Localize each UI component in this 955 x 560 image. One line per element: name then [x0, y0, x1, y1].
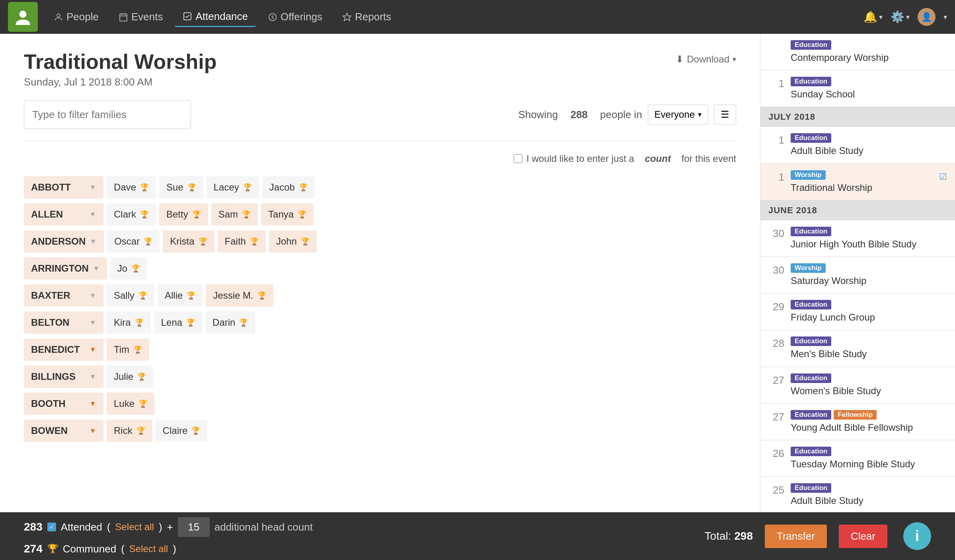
member-cell[interactable]: Darin🏆: [205, 311, 255, 334]
family-name-cell[interactable]: BELTON▼: [24, 311, 103, 334]
member-cell[interactable]: Rick🏆: [107, 420, 152, 442]
select-all-communed[interactable]: Select all: [129, 543, 168, 554]
family-row: BILLINGS▼Julie🏆: [24, 366, 736, 388]
sidebar-event[interactable]: 25 Education Adult Bible Study: [760, 477, 955, 513]
member-cell[interactable]: Jessie M.🏆: [206, 284, 273, 307]
sidebar-event[interactable]: 27 EducationFellowship Young Adult Bible…: [760, 404, 955, 440]
sidebar-event[interactable]: 29 Education Friday Lunch Group: [760, 294, 955, 330]
right-sidebar: Education Contemporary Worship 1 Educati…: [760, 34, 955, 560]
sidebar-event[interactable]: 1 Education Sunday School: [760, 70, 955, 107]
member-goblet-icon: 🏆: [138, 291, 147, 300]
member-cell[interactable]: Oscar🏆: [107, 230, 160, 253]
member-goblet-icon: 🏆: [191, 426, 200, 435]
nav-events[interactable]: Events: [111, 8, 171, 26]
family-name-cell[interactable]: ARRINGTON▼: [24, 257, 107, 280]
sidebar-event[interactable]: 28 Education Men's Bible Study: [760, 330, 955, 367]
family-name-cell[interactable]: BOOTH▼: [24, 393, 103, 415]
member-cell[interactable]: Jacob🏆: [262, 176, 315, 198]
additional-count-input[interactable]: [178, 517, 210, 537]
everyone-dropdown[interactable]: Everyone ▾: [648, 105, 708, 124]
app-logo[interactable]: [8, 2, 38, 32]
family-name-cell[interactable]: BOWEN▼: [24, 420, 103, 442]
sidebar-event[interactable]: 1 Education Adult Bible Study: [760, 127, 955, 163]
family-goblet-icon: ▼: [89, 183, 96, 192]
sidebar-event[interactable]: Education Contemporary Worship: [760, 34, 955, 70]
sidebar-event[interactable]: 30 Education Junior High Youth Bible Stu…: [760, 220, 955, 257]
transfer-button[interactable]: Transfer: [765, 525, 827, 548]
member-cell[interactable]: Lacey🏆: [207, 176, 259, 198]
event-tag: Education: [791, 483, 831, 493]
member-cell[interactable]: Tim🏆: [107, 338, 149, 361]
member-cell[interactable]: Tanya🏆: [261, 203, 314, 226]
download-button[interactable]: ⬇ Download ▾: [676, 54, 736, 65]
sidebar-event[interactable]: 30 Worship Saturday Worship: [760, 257, 955, 294]
event-name: Contemporary Worship: [791, 51, 947, 64]
event-day: 1: [768, 77, 784, 90]
event-name: Men's Bible Study: [791, 348, 947, 360]
select-all-attended[interactable]: Select all: [115, 521, 154, 533]
notifications-button[interactable]: 🔔 ▾: [863, 10, 883, 23]
member-cell[interactable]: Clark🏆: [107, 203, 156, 226]
member-cell[interactable]: Sally🏆: [107, 284, 154, 307]
family-row: ABBOTT▼Dave🏆Sue🏆Lacey🏆Jacob🏆: [24, 176, 736, 198]
family-name-cell[interactable]: BILLINGS▼: [24, 366, 103, 388]
member-cell[interactable]: Kira🏆: [107, 311, 151, 334]
family-name-cell[interactable]: ABBOTT▼: [24, 176, 103, 198]
member-cell[interactable]: Faith🏆: [218, 230, 266, 253]
member-cell[interactable]: Jo🏆: [110, 257, 147, 280]
family-name-cell[interactable]: ANDERSON▼: [24, 230, 104, 253]
nav-reports[interactable]: Reports: [334, 8, 399, 26]
nav-people[interactable]: People: [46, 8, 107, 26]
member-cell[interactable]: Dave🏆: [107, 176, 156, 198]
sidebar-event[interactable]: 27 Education Women's Bible Study: [760, 367, 955, 404]
nav-offerings[interactable]: $ Offerings: [260, 8, 330, 26]
page-header: Traditional Worship Sunday, Jul 1 2018 8…: [24, 50, 736, 88]
member-goblet-icon: 🏆: [239, 318, 248, 327]
nav-attendance[interactable]: Attendance: [175, 7, 256, 27]
family-row: ALLEN▼Clark🏆Betty🏆Sam🏆Tanya🏆: [24, 203, 736, 226]
member-cell[interactable]: Allie🏆: [158, 284, 203, 307]
member-goblet-icon: 🏆: [135, 318, 144, 327]
sidebar-month-header: JUNE 2018: [760, 200, 955, 220]
family-name-cell[interactable]: BAXTER▼: [24, 284, 103, 307]
family-name-cell[interactable]: BENEDICT▼: [24, 338, 103, 361]
family-row: BOOTH▼Luke🏆: [24, 393, 736, 415]
clear-button[interactable]: Clear: [839, 525, 887, 548]
member-goblet-icon: 🏆: [299, 183, 308, 192]
member-cell[interactable]: Sam🏆: [211, 203, 258, 226]
member-cell[interactable]: Betty🏆: [159, 203, 208, 226]
family-goblet-icon: ▼: [89, 210, 96, 219]
event-name: Junior High Youth Bible Study: [791, 238, 947, 250]
member-goblet-icon: 🏆: [301, 237, 310, 246]
event-day: 25: [768, 483, 784, 496]
sidebar-event[interactable]: 1 Worship Traditional Worship ☑: [760, 164, 955, 200]
count-option-label[interactable]: I would like to enter just a count for t…: [514, 153, 736, 164]
member-cell[interactable]: Krista🏆: [163, 230, 214, 253]
event-day: 29: [768, 300, 784, 313]
list-view-button[interactable]: ☰: [714, 105, 736, 124]
total-text: Total: 298: [705, 530, 753, 542]
family-name-cell[interactable]: ALLEN▼: [24, 203, 103, 226]
member-goblet-icon: 🏆: [131, 264, 140, 273]
info-button[interactable]: i: [903, 522, 931, 550]
event-tag: Education: [791, 373, 831, 383]
count-checkbox[interactable]: [514, 154, 522, 163]
member-cell[interactable]: Claire🏆: [156, 420, 208, 442]
filter-row: Showing 288 people in Everyone ▾ ☰: [24, 100, 736, 129]
filter-input[interactable]: [24, 100, 191, 129]
count-option-row: I would like to enter just a count for t…: [24, 153, 736, 164]
event-body: EducationFellowship Young Adult Bible Fe…: [791, 410, 947, 434]
member-cell[interactable]: Lena🏆: [154, 311, 202, 334]
sidebar-event[interactable]: 26 Education Tuesday Morning Bible Study: [760, 440, 955, 477]
member-cell[interactable]: Julie🏆: [107, 366, 153, 388]
member-cell[interactable]: Sue🏆: [159, 176, 203, 198]
settings-button[interactable]: ⚙️ ▾: [891, 10, 910, 23]
member-cell[interactable]: John🏆: [269, 230, 317, 253]
event-body: Education Adult Bible Study: [791, 483, 947, 507]
member-cell[interactable]: Luke🏆: [107, 393, 154, 415]
event-tag: Worship: [791, 263, 826, 273]
user-avatar[interactable]: 👤: [918, 8, 936, 26]
event-name: Adult Bible Study: [791, 144, 947, 157]
event-day: 1: [768, 133, 784, 146]
attended-check-icon: ✓: [47, 523, 56, 531]
